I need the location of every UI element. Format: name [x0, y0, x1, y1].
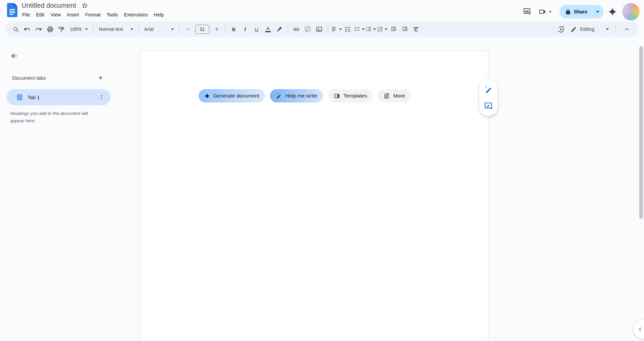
increase-indent-icon [401, 26, 408, 32]
image-icon [316, 26, 323, 33]
help-me-write-label: Help me write [285, 93, 317, 99]
bulleted-list-icon [365, 26, 372, 32]
ai-actions-pill [479, 79, 498, 116]
listen-to-tab-button[interactable] [556, 24, 566, 34]
templates-icon [334, 93, 340, 99]
toolbar-divider [328, 25, 328, 33]
zoom-value: 100% [70, 26, 82, 32]
help-me-write-button[interactable]: Help me write [270, 89, 323, 103]
insert-image-button[interactable] [314, 24, 324, 34]
decrease-font-size-button[interactable] [183, 24, 193, 34]
font-value: Arial [144, 26, 154, 32]
font-caret-icon [171, 28, 174, 30]
text-color-button[interactable]: A [263, 24, 273, 34]
document-title[interactable]: Untitled document [21, 2, 76, 9]
align-left-icon [331, 26, 338, 32]
generate-document-button[interactable]: Generate document [199, 89, 265, 103]
menu-view[interactable]: View [47, 11, 64, 18]
plus-icon [97, 74, 104, 81]
add-tab-button[interactable] [95, 72, 106, 83]
toolbar-divider [179, 25, 179, 33]
bulleted-list-button[interactable] [365, 26, 376, 32]
mode-label: Editing [580, 26, 594, 32]
styles-select[interactable]: Normal text [96, 24, 136, 34]
star-icon [81, 2, 88, 9]
docs-logo-icon[interactable] [7, 3, 17, 17]
hide-menus-button[interactable] [622, 24, 632, 34]
bold-button[interactable]: B [229, 24, 239, 34]
styles-value: Normal text [99, 26, 123, 32]
redo-button[interactable] [34, 24, 44, 34]
more-vertical-icon [99, 94, 105, 100]
share-main[interactable]: Share [559, 5, 592, 18]
comment-pencil-icon [484, 102, 493, 111]
tab-options-button[interactable] [97, 93, 106, 101]
show-side-panel-button[interactable] [634, 320, 644, 339]
lock-icon [565, 9, 571, 15]
templates-button[interactable]: Templates [328, 89, 373, 103]
clear-formatting-button[interactable] [411, 24, 421, 34]
link-icon [293, 26, 300, 33]
print-button[interactable] [45, 24, 55, 34]
increase-font-size-button[interactable] [212, 24, 222, 34]
search-menus-button[interactable] [11, 24, 21, 34]
title-row: Untitled document [21, 2, 88, 9]
menu-extensions[interactable]: Extensions [121, 11, 151, 18]
toolbar-divider [225, 25, 225, 33]
document-plus-icon [383, 93, 390, 99]
editing-mode-select[interactable]: Editing [567, 23, 613, 35]
play-sparkle-icon [557, 25, 565, 33]
collapse-sidebar-button[interactable] [10, 52, 18, 60]
undo-button[interactable] [22, 24, 32, 34]
templates-label: Templates [343, 93, 367, 99]
share-dropdown-button[interactable] [592, 5, 603, 18]
chevron-left-icon [637, 326, 644, 333]
zoom-select[interactable]: 100% [67, 24, 91, 34]
google-docs-app: Untitled document File Edit View Insert … [0, 0, 644, 341]
menu-format[interactable]: Format [82, 11, 104, 18]
underline-icon: U [255, 26, 258, 32]
highlight-color-button[interactable] [274, 24, 284, 34]
checklist-button[interactable] [354, 26, 365, 32]
help-me-write-float-button[interactable] [482, 83, 495, 96]
videocam-icon [538, 8, 546, 16]
share-caret-icon [596, 11, 599, 13]
insert-link-button[interactable] [291, 24, 302, 34]
more-button[interactable]: More [378, 89, 411, 103]
align-caret-icon [339, 28, 342, 30]
italic-button[interactable]: I [240, 24, 250, 34]
vertical-scrollbar[interactable] [639, 46, 643, 219]
account-avatar[interactable] [622, 3, 640, 20]
feedback-comment-button[interactable] [482, 99, 495, 113]
share-button[interactable]: Share [559, 5, 603, 18]
zoom-caret-icon [85, 28, 88, 30]
font-select[interactable]: Arial [142, 24, 176, 34]
menu-edit[interactable]: Edit [33, 11, 47, 18]
star-button[interactable] [81, 2, 88, 9]
chevron-up-icon [624, 26, 630, 32]
sparkle-icon [204, 93, 210, 99]
menu-tools[interactable]: Tools [104, 11, 121, 18]
menu-help[interactable]: Help [151, 11, 167, 18]
align-button[interactable] [331, 26, 342, 32]
line-spacing-button[interactable] [343, 24, 353, 34]
underline-button[interactable]: U [252, 24, 262, 34]
comment-history-button[interactable] [519, 4, 535, 19]
tab-label: Tab 1 [28, 94, 97, 100]
redo-icon [35, 26, 42, 32]
menu-insert[interactable]: Insert [64, 11, 82, 18]
header-right: Share [519, 3, 640, 20]
add-comment-button[interactable] [303, 24, 313, 34]
font-size-input[interactable]: 11 [195, 25, 209, 34]
undo-icon [24, 26, 31, 32]
meet-button[interactable] [535, 4, 555, 19]
increase-indent-button[interactable] [400, 24, 410, 34]
paint-format-button[interactable] [56, 24, 66, 34]
sidebar-item-tab1[interactable]: Tab 1 [7, 89, 111, 105]
numbered-list-button[interactable] [377, 26, 387, 32]
gemini-sparkle-icon [608, 7, 617, 16]
menu-file[interactable]: File [19, 11, 33, 18]
line-spacing-icon [344, 26, 351, 33]
gemini-button[interactable] [608, 7, 617, 16]
decrease-indent-button[interactable] [388, 24, 398, 34]
